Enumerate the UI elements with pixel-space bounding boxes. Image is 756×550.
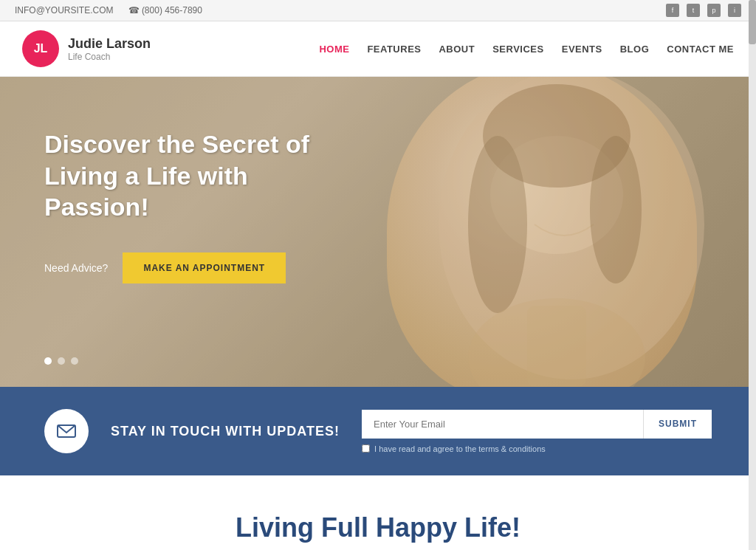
svg-point-4: [590, 136, 642, 283]
hero-cta-row: Need Advice? MAKE AN APPOINTMENT: [44, 252, 310, 283]
nav-about[interactable]: ABOUT: [439, 44, 475, 55]
top-bar-contact: INFO@YOURSITE.COM ☎ (800) 456-7890: [15, 5, 202, 16]
nav-contact[interactable]: CONTACT ME: [667, 44, 734, 55]
terms-checkbox[interactable]: [362, 444, 370, 453]
newsletter-input-row: SUBMIT: [362, 410, 712, 439]
nav-home[interactable]: HOME: [319, 44, 349, 55]
svg-point-3: [468, 136, 527, 313]
top-bar-email: INFO@YOURSITE.COM: [15, 5, 114, 16]
twitter-icon[interactable]: t: [687, 4, 700, 17]
terms-label[interactable]: I have read and agree to the terms & con…: [362, 444, 712, 453]
social-icons: f t p i: [666, 4, 741, 17]
newsletter-section: STAY IN TOUCH WITH UPDATES! SUBMIT I hav…: [0, 387, 756, 475]
nav-events[interactable]: EVENTS: [562, 44, 602, 55]
hero-dots: [44, 357, 78, 365]
top-bar: INFO@YOURSITE.COM ☎ (800) 456-7890 f t p…: [0, 0, 756, 21]
mail-icon-circle: [44, 409, 89, 453]
bottom-section: Living Full Happy Life!: [0, 475, 756, 550]
dot-3[interactable]: [71, 357, 78, 365]
nav-blog[interactable]: BLOG: [620, 44, 650, 55]
scrollbar[interactable]: [749, 0, 756, 550]
hero-section: Discover the Secret of Living a Life wit…: [0, 77, 756, 387]
pinterest-icon[interactable]: p: [707, 4, 721, 17]
bottom-title: Living Full Happy Life!: [44, 512, 712, 543]
hero-content: Discover the Secret of Living a Life wit…: [0, 77, 354, 335]
logo-area: JL Judie Larson Life Coach: [22, 30, 151, 67]
hero-cta-text: Need Advice?: [44, 262, 108, 274]
main-nav: HOME FEATURES ABOUT SERVICES EVENTS BLOG…: [319, 44, 734, 55]
scrollbar-thumb[interactable]: [749, 0, 756, 44]
phone-icon: ☎: [128, 5, 140, 16]
header: JL Judie Larson Life Coach HOME FEATURES…: [0, 21, 756, 77]
svg-rect-6: [527, 306, 586, 387]
hero-illustration: [365, 77, 719, 387]
terms-text: I have read and agree to the terms & con…: [374, 444, 546, 453]
facebook-icon[interactable]: f: [666, 4, 679, 17]
newsletter-heading: STAY IN TOUCH WITH UPDATES!: [111, 424, 340, 439]
nav-features[interactable]: FEATURES: [367, 44, 421, 55]
email-input[interactable]: [362, 410, 643, 439]
dot-1[interactable]: [44, 357, 52, 365]
newsletter-form: SUBMIT I have read and agree to the term…: [362, 410, 712, 453]
dot-2[interactable]: [58, 357, 65, 365]
hero-title: Discover the Secret of Living a Life wit…: [44, 128, 310, 223]
nav-services[interactable]: SERVICES: [492, 44, 544, 55]
mail-icon: [56, 421, 77, 441]
submit-button[interactable]: SUBMIT: [643, 410, 712, 439]
logo-circle: JL: [22, 30, 59, 67]
make-appointment-button[interactable]: MAKE AN APPOINTMENT: [123, 252, 286, 283]
logo-text: Judie Larson Life Coach: [68, 36, 151, 62]
top-bar-phone: ☎ (800) 456-7890: [128, 5, 202, 16]
logo-name: Judie Larson: [68, 36, 151, 52]
instagram-icon[interactable]: i: [728, 4, 741, 17]
logo-subtitle: Life Coach: [68, 52, 151, 62]
